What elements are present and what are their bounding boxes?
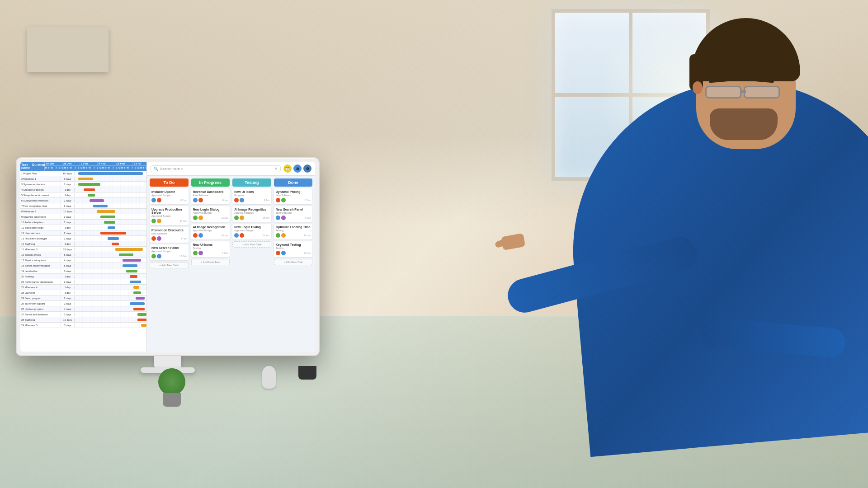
kanban-card[interactable]: Optimize Loading TimeTesting18 Jan bbox=[274, 224, 313, 239]
gantt-bar-area bbox=[75, 247, 146, 252]
gantt-row: 15 Milestone 321 days bbox=[20, 247, 146, 252]
gantt-bar-area bbox=[75, 187, 146, 192]
gantt-bar bbox=[133, 286, 139, 289]
card-subtitle: Testing bbox=[276, 247, 311, 249]
gantt-task-name: 29 Milestone 5 bbox=[20, 324, 61, 327]
card-avatars bbox=[193, 216, 203, 220]
card-avatars bbox=[151, 254, 161, 258]
gantt-task-name: 23 Launcher bbox=[20, 291, 61, 295]
card-date: 9 Jan bbox=[264, 199, 269, 202]
kanban-card[interactable]: New Search PanelApproved Budget12 Feb bbox=[150, 244, 189, 260]
grid-icon-btn[interactable]: ⊞ bbox=[293, 164, 302, 173]
gantt-bar bbox=[133, 291, 141, 294]
kanban-card[interactable]: New Login DialogApproved Budget22 Jan bbox=[191, 206, 230, 222]
date-23feb: 23 Fe bbox=[133, 162, 147, 165]
gantt-task-duration: 21 days bbox=[61, 248, 75, 251]
card-date: 25 Jan bbox=[263, 234, 269, 237]
kanban-card[interactable]: Promotion DiscountsNew Software3 Feb bbox=[150, 227, 189, 243]
kanban-card[interactable]: New Search PanelTesting Budget9 Jan bbox=[274, 206, 313, 222]
gantt-row: 11 Basic game logic1 day bbox=[20, 225, 146, 230]
kanban-card[interactable]: AI Image RecognitionApproved Budget28 Ja… bbox=[191, 224, 230, 239]
search-clear-icon[interactable]: ✕ bbox=[274, 167, 278, 171]
avatar bbox=[157, 219, 161, 223]
card-footer: 9 Jan bbox=[234, 198, 269, 202]
gantt-bar-area bbox=[75, 182, 146, 187]
gantt-task-name: 10 Audio subsystem bbox=[20, 221, 61, 224]
gantt-bar bbox=[123, 259, 141, 262]
add-task-button[interactable]: + Add New Task bbox=[232, 241, 271, 248]
card-title: Revenue Dashboard bbox=[193, 190, 228, 193]
card-footer: 25 Jan bbox=[276, 251, 311, 255]
gantt-task-name: 9 Graphics subsystem bbox=[20, 215, 61, 219]
card-avatars bbox=[151, 236, 161, 241]
kanban-column-testing: TestingNew UI IconsProgress9 JanAI Image… bbox=[232, 178, 271, 349]
avatar bbox=[234, 198, 239, 202]
kanban-card[interactable]: New UI IconsProgress9 Jan bbox=[232, 188, 271, 204]
kanban-card[interactable]: Installer UpdateApproved Budget12 Jan bbox=[150, 188, 189, 204]
kanban-col-header-done: Done bbox=[274, 178, 313, 187]
calendar-icon-btn[interactable]: 📅 bbox=[283, 164, 292, 173]
card-subtitle: Approved Budget bbox=[234, 211, 269, 214]
kanban-column-inprogress: In ProgressRevenue DashboardNew Software… bbox=[191, 178, 230, 349]
card-date: 22 Jan bbox=[221, 216, 228, 219]
gantt-bar-area bbox=[75, 317, 146, 322]
card-date: 8 Jan bbox=[222, 199, 228, 202]
card-subtitle: Testing bbox=[276, 229, 311, 232]
kanban-search-bar[interactable]: 🔍 Search nare = ✕ bbox=[151, 165, 281, 172]
gantt-task-name: 22 Milestone 4 bbox=[20, 286, 61, 289]
gantt-rows-container: 1 Project Plan60 days2 Milestone 19 days… bbox=[20, 171, 146, 328]
avatar bbox=[240, 198, 244, 202]
gantt-task-name: 18 Scripts implementation bbox=[20, 264, 61, 267]
card-footer: 22 Jan bbox=[193, 216, 228, 220]
kanban-card[interactable]: Keyword TestingTesting25 Jan bbox=[274, 241, 313, 257]
add-task-button[interactable]: + Add New Task bbox=[191, 259, 230, 265]
add-task-button[interactable]: + Add New Task bbox=[150, 262, 189, 268]
gantt-bar-area bbox=[75, 171, 146, 176]
gantt-task-name: 19 Level editor bbox=[20, 269, 61, 273]
kanban-card[interactable]: Dynamic PricingNew Software2 Jan bbox=[274, 188, 313, 204]
date-16feb: 16 Feb bbox=[115, 162, 133, 165]
gantt-row: 23 Launcher1 day bbox=[20, 290, 146, 296]
card-avatars bbox=[276, 198, 286, 202]
gantt-row: 28 Bugfixing10 days bbox=[20, 317, 146, 323]
add-task-button[interactable]: + Add New Task bbox=[274, 259, 313, 265]
gantt-dates-header: 19 Jan 26 Jan 2 Feb 9 Feb 16 Feb 23 Fe M… bbox=[45, 162, 147, 171]
gantt-bar bbox=[90, 199, 104, 202]
kanban-card[interactable]: Upgrade Production ServerApproved Budget… bbox=[150, 206, 189, 225]
kanban-column-done: DoneDynamic PricingNew Software2 JanNew … bbox=[274, 178, 313, 349]
gantt-task-name: 28 Bugfixing bbox=[20, 318, 61, 322]
gantt-bar-area bbox=[75, 279, 146, 284]
card-avatars bbox=[151, 219, 161, 223]
card-subtitle: Testing Budget bbox=[276, 211, 311, 214]
kanban-card[interactable]: New Login DialogApproved Budget25 Jan bbox=[232, 224, 271, 239]
gantt-row: 7 First compilable client2 days bbox=[20, 203, 146, 209]
gantt-task-duration: 4 days bbox=[61, 307, 75, 311]
gantt-task-duration: 3 days bbox=[61, 313, 75, 316]
kanban-card[interactable]: New UI IconsTesting5 Feb bbox=[191, 241, 230, 257]
avatar bbox=[193, 233, 198, 238]
gantt-day-headers: MTWTFSSMTWTFSSMTWTFSSMTWTFSSMTWTFSSMTWT bbox=[45, 166, 147, 169]
card-title: Upgrade Production Server bbox=[151, 208, 187, 214]
gantt-bar-area bbox=[75, 296, 146, 300]
gantt-task-duration: 2 days bbox=[61, 237, 75, 240]
gantt-task-duration: 2 days bbox=[61, 199, 75, 202]
gantt-row: 4 Creation of project1 day bbox=[20, 187, 146, 192]
avatar bbox=[198, 233, 203, 238]
wall-cabinet bbox=[27, 27, 108, 72]
gantt-task-name: 21 Performance optimization bbox=[20, 280, 61, 284]
settings-icon-btn[interactable]: ⚙ bbox=[303, 164, 311, 173]
person-hair bbox=[692, 18, 800, 81]
card-subtitle: Approved Budget bbox=[151, 215, 187, 217]
card-title: New Login Dialog bbox=[193, 208, 228, 211]
gantt-row: 1 Project Plan60 days bbox=[20, 171, 146, 176]
card-footer: 18 Jan bbox=[276, 233, 311, 238]
gantt-bar-area bbox=[75, 203, 146, 208]
glasses-bridge bbox=[741, 90, 746, 93]
kanban-card[interactable]: Revenue DashboardNew Software8 Jan bbox=[191, 188, 230, 204]
avatar bbox=[151, 219, 156, 223]
gantt-task-duration: 1 day bbox=[61, 291, 75, 295]
gantt-task-name: 7 First compilable client bbox=[20, 204, 61, 208]
card-date: 18 Jan bbox=[263, 216, 269, 219]
kanban-card[interactable]: AI Image RecogniticsApproved Budget18 Ja… bbox=[232, 206, 271, 222]
gantt-bar-area bbox=[75, 290, 146, 295]
